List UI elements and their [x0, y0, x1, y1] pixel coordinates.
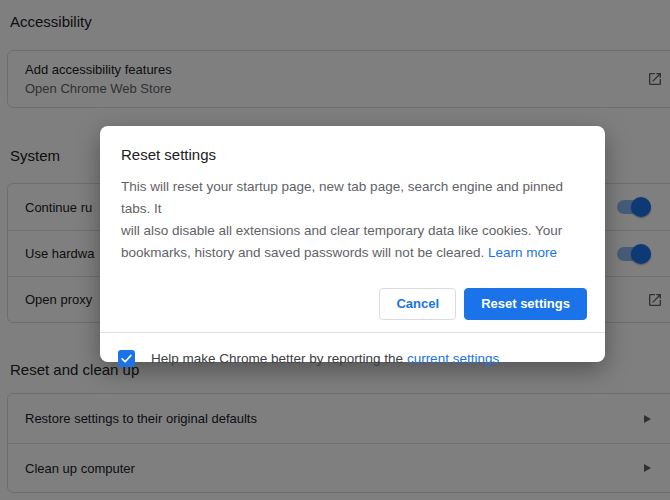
footer-label: Help make Chrome better by reporting the… [151, 351, 499, 366]
footer-text: Help make Chrome better by reporting the [151, 351, 407, 366]
dialog-body-line: bookmarks, history and saved passwords w… [121, 242, 585, 264]
reset-settings-dialog: Reset settings This will reset your star… [100, 126, 605, 362]
learn-more-link[interactable]: Learn more [488, 245, 557, 260]
dialog-title: Reset settings [100, 126, 605, 163]
dialog-body-line: will also disable all extensions and cle… [121, 220, 585, 242]
checkmark-icon [120, 352, 133, 365]
dialog-body-text: bookmarks, history and saved passwords w… [121, 245, 488, 260]
dialog-body-line: This will reset your startup page, new t… [121, 176, 585, 220]
report-settings-checkbox[interactable] [118, 350, 135, 367]
reset-settings-button[interactable]: Reset settings [464, 288, 587, 320]
dialog-body: This will reset your startup page, new t… [100, 163, 605, 264]
chrome-settings-page: Accessibility Add accessibility features… [0, 0, 670, 500]
current-settings-link[interactable]: current settings [407, 351, 499, 366]
dialog-footer: Help make Chrome better by reporting the… [100, 333, 605, 383]
cancel-button[interactable]: Cancel [379, 288, 456, 320]
dialog-button-row: Cancel Reset settings [100, 264, 605, 320]
